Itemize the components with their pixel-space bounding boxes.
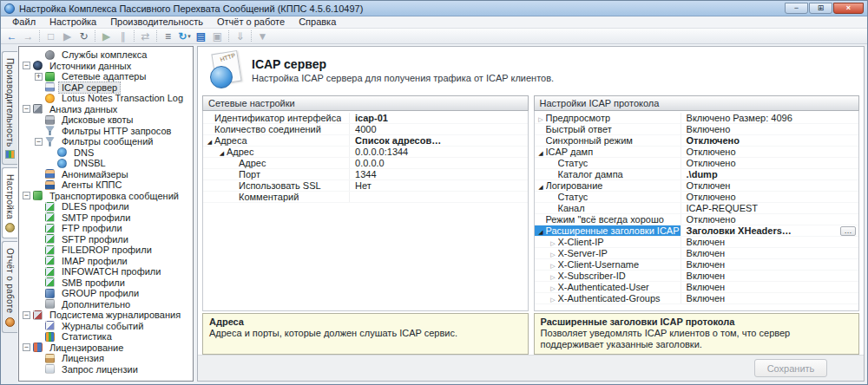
collapse-icon[interactable]: [536, 147, 546, 157]
export-button[interactable]: ⇓: [232, 29, 248, 43]
tree-item-dnsbl[interactable]: DNSBL: [19, 158, 193, 169]
refresh-button[interactable]: ↻▾: [176, 29, 193, 43]
tree-item-dns[interactable]: DNS: [19, 147, 193, 159]
property-row-selected[interactable]: Расширенные заголовки ICAP протоколаЗаго…: [535, 225, 859, 237]
property-row[interactable]: ICAP дампОтключено: [535, 147, 859, 158]
collapse-icon[interactable]: [23, 192, 30, 199]
tree-item-dles-profiles[interactable]: DLES профили: [19, 201, 193, 212]
tree-item-network-adapters[interactable]: Сетевые адаптеры: [19, 71, 193, 82]
menu-settings[interactable]: Настройка: [43, 16, 102, 28]
tree-item-icap-server[interactable]: ICAP сервер: [19, 82, 193, 94]
property-row[interactable]: СтатусОтключено: [535, 158, 859, 169]
collapse-icon[interactable]: [205, 135, 214, 146]
collapse-icon[interactable]: [23, 105, 30, 113]
expand-icon[interactable]: [549, 282, 558, 292]
tree-item-licensing[interactable]: Лицензирование: [19, 343, 193, 354]
apply-button[interactable]: ▼: [254, 29, 271, 43]
restore-button[interactable]: ⊞: [809, 3, 832, 14]
property-row[interactable]: Количество соединений4000: [203, 124, 528, 135]
menu-work-report[interactable]: Отчёт о работе: [211, 16, 291, 28]
property-row[interactable]: Адрес0.0.0.0:1344: [203, 147, 528, 158]
menu-help[interactable]: Справка: [293, 16, 342, 28]
property-row[interactable]: Адрес0.0.0.0: [203, 158, 528, 169]
ellipsis-button[interactable]: …: [840, 226, 856, 236]
menu-performance[interactable]: Производительность: [104, 16, 209, 28]
tree-item-statistics[interactable]: Статистика: [19, 331, 193, 343]
tree-item-disk-quotas[interactable]: Дисковые квоты: [19, 114, 193, 126]
property-row[interactable]: Использовать SSLНет: [203, 180, 528, 192]
property-row[interactable]: КаналICAP-REQUEST: [535, 203, 859, 214]
collapse-icon[interactable]: [217, 147, 227, 157]
expand-icon[interactable]: [35, 73, 43, 81]
tree-item-ftp-profiles[interactable]: FTP профили: [19, 223, 193, 234]
property-row[interactable]: X-Server-IPВключен: [535, 248, 859, 259]
start-button[interactable]: ▶: [59, 29, 76, 43]
property-row[interactable]: Режим "всё всегда хорошоОтключено: [535, 214, 859, 225]
tree-item-smb-profiles[interactable]: SMB профили: [19, 277, 193, 289]
tree-item-message-transport[interactable]: Транспортировка сообщений: [19, 191, 193, 202]
property-row[interactable]: ПредпросмотрВключено Размер: 4096: [535, 113, 859, 124]
expand-icon[interactable]: [549, 248, 558, 258]
property-row[interactable]: Каталог дампа.\dump: [535, 169, 859, 180]
property-row[interactable]: Идентификатор интерфейсаicap-01: [203, 113, 528, 124]
expand-icon[interactable]: [549, 237, 558, 247]
minimize-button[interactable]: −: [785, 3, 808, 14]
tree-item-logging-subsystem[interactable]: Подсистема журналирования: [19, 310, 193, 321]
tree-item-kpps-agents[interactable]: Агенты КППС: [19, 179, 193, 191]
open-button[interactable]: ▤: [193, 29, 209, 43]
tree-item-license-request[interactable]: Запрос лицензии: [19, 364, 193, 375]
back-button[interactable]: ←: [3, 29, 20, 43]
property-row[interactable]: СтатусОтключено: [535, 192, 859, 203]
property-row[interactable]: X-Subscriber-IDВключен: [535, 271, 859, 282]
collapse-icon[interactable]: [23, 62, 30, 69]
restart-button[interactable]: ↻: [76, 29, 92, 43]
tree-item-license[interactable]: Лицензия: [19, 353, 193, 364]
report-button[interactable]: ≡: [160, 29, 176, 43]
close-button[interactable]: ×: [833, 3, 864, 14]
property-row[interactable]: X-Client-UsernameВключен: [535, 259, 859, 271]
tree-item-imap-profiles[interactable]: IMAP профили: [19, 256, 193, 267]
expand-icon[interactable]: [536, 113, 546, 123]
save-toolbar-button[interactable]: ▣: [209, 29, 226, 43]
tab-work-report[interactable]: Отчёт о работе: [2, 241, 17, 332]
tree-item-services[interactable]: Службы комплекса: [19, 49, 193, 61]
tree-item-smtp-profiles[interactable]: SMTP профили: [19, 212, 193, 224]
property-row[interactable]: X-Client-IPВключен: [535, 237, 859, 248]
property-row[interactable]: Синхронный режимОтключено: [535, 135, 859, 147]
tree-item-lotus-notes[interactable]: Lotus Notes Transaction Log: [19, 93, 193, 104]
tree-item-anonymizers[interactable]: Анонимайзеры: [19, 169, 193, 180]
property-row[interactable]: X-Authenticated-GroupsВключен: [535, 293, 859, 304]
expand-icon[interactable]: [549, 293, 558, 303]
expand-icon[interactable]: [549, 271, 558, 281]
stop-button[interactable]: □: [43, 29, 59, 43]
property-row[interactable]: Быстрый ответВключено: [535, 124, 859, 135]
tab-settings[interactable]: Настройка: [2, 167, 17, 238]
tree-item-data-analysis[interactable]: Анализ данных: [19, 104, 193, 115]
tree-item-message-filters[interactable]: Фильтры сообщений: [19, 136, 193, 147]
collapse-icon[interactable]: [23, 343, 30, 351]
collapse-icon[interactable]: [536, 180, 546, 191]
compare-button[interactable]: ⇄: [137, 29, 154, 43]
property-row[interactable]: АдресаСписок адресов…: [203, 135, 528, 147]
forward-button[interactable]: →: [20, 29, 36, 43]
property-row[interactable]: ЛогированиеОтключен: [535, 180, 859, 192]
tree-item-event-logs[interactable]: Журналы событий: [19, 321, 193, 332]
tab-performance[interactable]: Производительность: [2, 51, 17, 165]
save-button[interactable]: Сохранить: [754, 359, 827, 377]
tree-item-infowatch-profiles[interactable]: INFOWATCH профили: [19, 266, 193, 277]
tree-item-group-profiles[interactable]: GROUP профили: [19, 288, 193, 299]
expand-icon[interactable]: [549, 259, 558, 270]
property-row[interactable]: Комментарий: [203, 192, 528, 203]
tree-item-data-sources[interactable]: Источники данных: [19, 61, 193, 72]
collapse-icon[interactable]: [35, 138, 43, 146]
tree-item-filedrop-profiles[interactable]: FILEDROP профили: [19, 245, 193, 256]
collapse-icon[interactable]: [536, 225, 546, 236]
menu-file[interactable]: Файл: [6, 16, 42, 28]
collapse-icon[interactable]: [23, 311, 30, 319]
tree-item-sftp-profiles[interactable]: SFTP профили: [19, 234, 193, 245]
tree-item-http-filters[interactable]: Фильтры HTTP запросов: [19, 126, 193, 137]
tree-item-additional[interactable]: Дополнительно: [19, 299, 193, 310]
property-row[interactable]: X-Authenticated-UserВключен: [535, 282, 859, 293]
property-row[interactable]: Порт1344: [203, 169, 528, 180]
pause-button[interactable]: ∥: [115, 29, 131, 43]
